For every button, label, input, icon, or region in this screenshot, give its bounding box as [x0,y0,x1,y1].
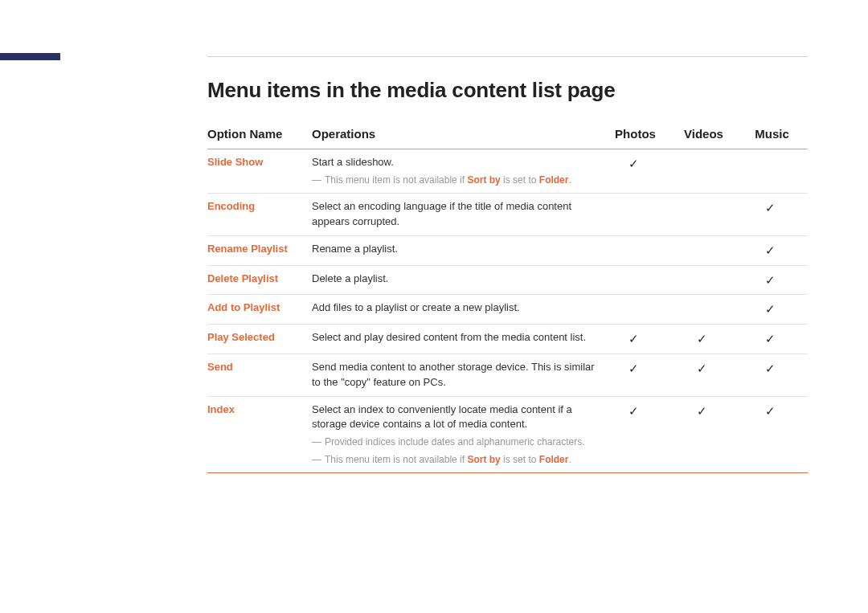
photos-check [603,295,671,325]
check-icon: ✓ [765,362,776,375]
operation-text: Select and play desired content from the… [312,330,596,345]
col-header-operations: Operations [312,121,603,149]
table-row: Rename PlaylistRename a playlist.✓ [207,235,808,265]
options-table: Option Name Operations Photos Videos Mus… [207,121,808,473]
check-icon: ✓ [765,273,776,287]
note-text: Provided indices include dates and alpha… [325,436,585,447]
check-icon: ✓ [628,404,639,418]
table-header-row: Option Name Operations Photos Videos Mus… [207,121,808,149]
operation-cell: Send media content to another storage de… [312,353,603,396]
music-check: ✓ [739,235,808,265]
table-row: EncodingSelect an encoding language if t… [207,194,808,236]
note-highlight: Sort by [467,174,500,186]
videos-check: ✓ [671,353,739,396]
videos-check [671,194,739,236]
operation-text: Rename a playlist. [312,242,596,257]
col-header-photos: Photos [603,121,671,149]
videos-check: ✓ [671,396,739,472]
operation-cell: Delete a playlist. [312,265,603,295]
accent-bar [0,53,60,60]
photos-check: ✓ [603,396,671,472]
page-title: Menu items in the media content list pag… [207,78,808,103]
top-divider [207,56,808,57]
music-check [739,149,808,194]
operation-cell: Select and play desired content from the… [312,325,603,354]
operation-text: Add files to a playlist or create a new … [312,300,596,316]
check-icon: ✓ [765,332,776,345]
operation-text: Select an encoding language if the title… [312,199,596,230]
videos-check [671,149,739,194]
table-row: Slide ShowStart a slideshow.This menu it… [207,149,808,194]
option-name: Encoding [207,194,312,236]
check-icon: ✓ [697,404,707,418]
note: This menu item is not available if Sort … [312,174,596,187]
note-text: This menu item is not available if [325,454,467,465]
note-highlight: Folder [539,174,569,186]
check-icon: ✓ [765,243,776,257]
note: This menu item is not available if Sort … [312,453,596,467]
check-icon: ✓ [628,362,639,375]
videos-check: ✓ [671,325,739,354]
music-check: ✓ [739,396,808,472]
music-check: ✓ [739,295,808,325]
operation-text: Start a slideshow. [312,155,596,170]
music-check: ✓ [739,265,808,295]
videos-check [671,265,739,295]
note-text: is set to [501,454,539,465]
photos-check: ✓ [603,149,671,194]
table-row: Play SelectedSelect and play desired con… [207,325,808,354]
table-row: SendSend media content to another storag… [207,353,808,396]
check-icon: ✓ [697,332,707,345]
check-icon: ✓ [765,201,776,215]
option-name: Play Selected [207,325,312,354]
col-header-videos: Videos [671,121,739,149]
operation-text: Delete a playlist. [312,272,596,287]
table-row: Delete PlaylistDelete a playlist.✓ [207,265,808,295]
option-name: Rename Playlist [207,235,312,265]
photos-check [603,235,671,265]
note-highlight: Folder [539,454,569,465]
content-area: Menu items in the media content list pag… [207,78,808,473]
check-icon: ✓ [628,157,639,170]
videos-check [671,235,739,265]
option-name: Index [207,396,312,472]
check-icon: ✓ [765,404,776,418]
note-text: is set to [501,174,539,186]
operation-cell: Select an encoding language if the title… [312,194,603,236]
table-row: IndexSelect an index to conveniently loc… [207,396,808,472]
operation-cell: Rename a playlist. [312,235,603,265]
table-body: Slide ShowStart a slideshow.This menu it… [207,149,808,473]
operation-cell: Add files to a playlist or create a new … [312,295,603,325]
note-highlight: Sort by [467,454,500,465]
music-check: ✓ [739,325,808,354]
option-name: Add to Playlist [207,295,312,325]
operation-cell: Start a slideshow.This menu item is not … [312,149,603,194]
table-row: Add to PlaylistAdd files to a playlist o… [207,295,808,325]
music-check: ✓ [739,194,808,236]
note-text: This menu item is not available if [325,174,467,186]
check-icon: ✓ [628,332,639,345]
operation-cell: Select an index to conveniently locate m… [312,396,603,472]
operation-text: Select an index to conveniently locate m… [312,403,596,433]
operation-text: Send media content to another storage de… [312,360,596,390]
check-icon: ✓ [765,302,776,316]
note-text: . [568,454,571,465]
option-name: Slide Show [207,149,312,194]
col-header-music: Music [739,121,808,149]
photos-check [603,265,671,295]
page: Menu items in the media content list pag… [0,0,868,613]
photos-check: ✓ [603,353,671,396]
photos-check [603,194,671,236]
music-check: ✓ [739,353,808,396]
col-header-option: Option Name [207,121,312,149]
check-icon: ✓ [697,362,707,375]
note-text: . [568,174,571,186]
option-name: Delete Playlist [207,265,312,295]
photos-check: ✓ [603,325,671,354]
option-name: Send [207,353,312,396]
note: Provided indices include dates and alpha… [312,435,596,449]
videos-check [671,295,739,325]
